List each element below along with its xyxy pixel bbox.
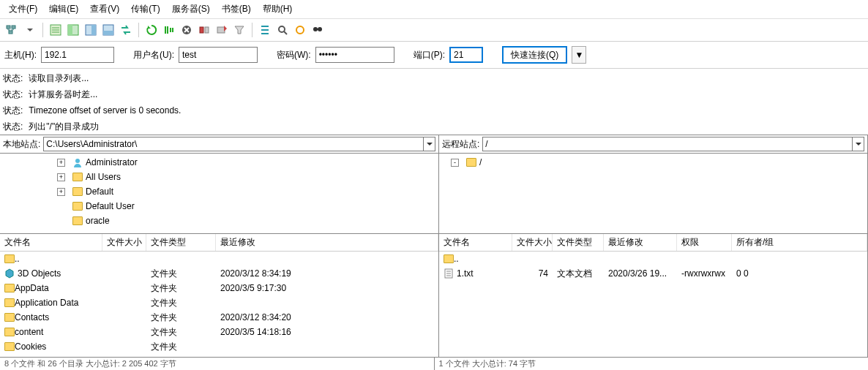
svg-rect-16 [217, 27, 225, 33]
tree-label: Default User [86, 201, 135, 211]
col-modified[interactable]: 最近修改 [604, 234, 677, 251]
log-prefix: 状态: [3, 70, 23, 86]
local-list-header: 文件名 文件大小 文件类型 最近修改 [0, 234, 438, 252]
col-type[interactable]: 文件类型 [146, 234, 216, 251]
toggle-remote-tree-icon[interactable] [83, 22, 99, 38]
file-modified [604, 258, 677, 260]
file-size [102, 317, 146, 318]
menu-server[interactable]: 服务器(S) [166, 1, 216, 17]
local-path-input[interactable] [43, 137, 424, 151]
remote-file-list[interactable]: ..1.txt74文本文档2020/3/26 19...-rwxrwxrwx0 … [439, 252, 867, 357]
list-item[interactable]: Application Data文件夹 [0, 295, 438, 310]
svg-line-21 [284, 31, 287, 34]
col-type[interactable]: 文件类型 [553, 234, 604, 251]
tree-label: All Users [86, 172, 121, 182]
site-manager-icon[interactable] [4, 22, 20, 38]
username-input[interactable] [179, 47, 258, 63]
file-type: 文件夹 [146, 282, 216, 295]
file-name: 1.txt [457, 268, 474, 279]
quickconnect-button[interactable]: 快速连接(Q) [502, 46, 567, 64]
tree-node[interactable]: +All Users [3, 170, 435, 184]
col-size[interactable]: 文件大小 [512, 234, 553, 251]
quickconnect-history-dropdown[interactable]: ▼ [572, 46, 586, 64]
list-item[interactable]: 1.txt74文本文档2020/3/26 19...-rwxrwxrwx0 0 [439, 266, 867, 281]
menu-edit[interactable]: 编辑(E) [43, 1, 84, 17]
cancel-icon[interactable] [179, 22, 195, 38]
list-item[interactable]: 3D Objects文件夹2020/3/12 8:34:19 [0, 266, 438, 281]
filter-icon[interactable] [231, 22, 247, 38]
file-size [102, 331, 146, 333]
tree-label: oracle [86, 216, 110, 226]
refresh-icon[interactable] [143, 22, 160, 38]
log-prefix: 状态: [3, 118, 23, 135]
folder-icon [444, 254, 454, 263]
expand-toggle[interactable]: + [57, 173, 65, 181]
folder-icon [72, 187, 83, 196]
expand-toggle[interactable]: - [451, 159, 459, 167]
local-path-dropdown[interactable] [424, 137, 435, 151]
folder-icon [72, 202, 83, 211]
password-input[interactable] [315, 47, 394, 63]
sync-icon[interactable] [292, 22, 308, 38]
disconnect-icon[interactable] [196, 22, 212, 38]
toggle-queue-icon[interactable] [100, 22, 116, 38]
col-perm[interactable]: 权限 [677, 234, 732, 251]
local-pane: 本地站点: +Administrator+All Users+DefaultDe… [0, 135, 439, 357]
log-content[interactable]: 状态:读取目录列表...状态:计算服务器时差...状态:Timezone off… [0, 69, 868, 135]
host-input[interactable] [41, 47, 114, 63]
tree-node[interactable]: -/ [442, 155, 864, 170]
reconnect-icon[interactable] [214, 22, 230, 38]
list-item[interactable]: content文件夹2020/3/5 14:18:16 [0, 325, 438, 339]
svg-point-20 [279, 26, 285, 32]
password-label: 密码(W): [277, 49, 311, 61]
tree-node[interactable]: +Administrator [3, 155, 435, 170]
tree-label: Administrator [86, 157, 138, 167]
menu-help[interactable]: 帮助(H) [257, 1, 299, 17]
log-line: 计算服务器时差... [29, 86, 97, 102]
file-name: Contacts [15, 312, 49, 322]
expand-toggle[interactable]: + [57, 188, 65, 196]
list-item[interactable]: .. [0, 252, 438, 266]
col-modified[interactable]: 最近修改 [216, 234, 438, 251]
port-input[interactable] [449, 47, 483, 63]
menu-bookmark[interactable]: 书签(B) [216, 1, 257, 17]
find-icon[interactable] [310, 22, 326, 38]
expand-toggle[interactable]: + [57, 159, 65, 167]
svg-rect-15 [205, 27, 209, 33]
toggle-local-tree-icon[interactable] [65, 22, 81, 38]
col-size[interactable]: 文件大小 [102, 234, 146, 251]
file-name: .. [15, 254, 20, 264]
tree-node[interactable]: +Default [3, 184, 435, 199]
file-perm [677, 258, 732, 260]
local-tree[interactable]: +Administrator+All Users+DefaultDefault … [0, 154, 438, 234]
process-queue-icon[interactable] [161, 22, 177, 38]
list-item[interactable]: .. [439, 252, 867, 266]
tree-node[interactable]: oracle [3, 214, 435, 228]
file-owner: 0 0 [732, 268, 867, 279]
col-owner[interactable]: 所有者/组 [732, 234, 867, 251]
local-file-list[interactable]: ..3D Objects文件夹2020/3/12 8:34:19AppData文… [0, 252, 438, 357]
username-label: 用户名(U): [133, 49, 174, 61]
list-item[interactable]: Contacts文件夹2020/3/12 8:34:20 [0, 310, 438, 325]
menu-transfer[interactable]: 传输(T) [125, 1, 165, 17]
col-name[interactable]: 文件名 [439, 234, 512, 251]
remote-path-dropdown[interactable] [853, 137, 864, 151]
file-name: .. [454, 254, 459, 264]
list-item[interactable]: AppData文件夹2020/3/5 9:17:30 [0, 281, 438, 295]
remote-path-input[interactable] [482, 137, 853, 151]
tree-node[interactable]: Default User [3, 199, 435, 214]
file-size [102, 258, 146, 260]
compare-icon[interactable] [257, 22, 273, 38]
host-label: 主机(H): [4, 49, 37, 61]
file-type: 文件夹 [146, 296, 216, 310]
sync-browse-icon[interactable] [118, 22, 134, 38]
list-item[interactable]: Cookies文件夹 [0, 339, 438, 354]
toolbar-dropdown-icon[interactable] [22, 22, 38, 38]
menu-file[interactable]: 文件(F) [3, 1, 43, 17]
col-name[interactable]: 文件名 [0, 234, 102, 251]
toggle-log-icon[interactable] [48, 22, 64, 38]
remote-tree[interactable]: -/ [439, 154, 867, 234]
3d-icon [4, 268, 15, 279]
menu-view[interactable]: 查看(V) [84, 1, 125, 17]
search-icon[interactable] [274, 22, 291, 38]
